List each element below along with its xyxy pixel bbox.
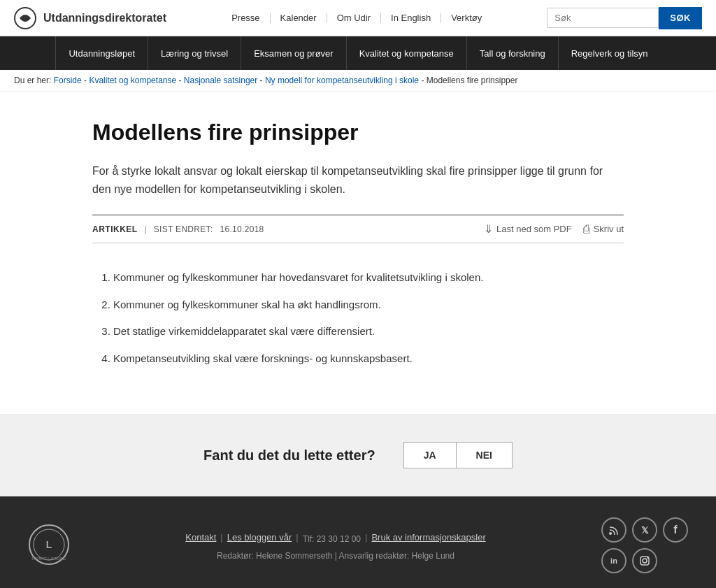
meta-separator: |: [145, 224, 147, 234]
feedback-section: Fant du det du lette etter? JA NEI: [0, 414, 716, 496]
nav-verktoy[interactable]: Verktøy: [441, 13, 492, 23]
linkedin-icon[interactable]: in: [601, 548, 626, 573]
article-modified-label: SIST ENDRET:: [154, 224, 213, 234]
nav-laering[interactable]: Læring og trivsel: [148, 36, 241, 70]
top-links: Presse Kalender Om Udir In English Verkt…: [222, 13, 492, 23]
social-icons: 𝕏 f in: [601, 517, 688, 573]
feedback-no-button[interactable]: NEI: [456, 442, 513, 468]
svg-text:FREMTID LÆRERNE: FREMTID LÆRERNE: [32, 557, 67, 561]
instagram-icon[interactable]: [632, 548, 657, 573]
nav-in-english[interactable]: In English: [381, 13, 441, 23]
nav-kvalitet[interactable]: Kvalitet og kompetanse: [347, 36, 467, 70]
breadcrumb: Du er her: Forside - Kvalitet og kompeta…: [0, 70, 716, 92]
print-link[interactable]: ⎙ Skriv ut: [583, 223, 624, 236]
feedback-buttons: JA NEI: [403, 442, 513, 468]
svg-text:L: L: [46, 539, 52, 550]
svg-point-7: [643, 559, 647, 563]
svg-point-8: [647, 557, 648, 559]
meta-left: ARTIKKEL | SIST ENDRET: 16.10.2018: [92, 224, 264, 234]
footer-link-cookies[interactable]: Bruk av informasjonskapsler: [371, 532, 485, 543]
footer: L FREMTID LÆRERNE Kontakt | Les bloggen …: [0, 496, 716, 588]
pdf-icon: ⇓: [484, 222, 493, 236]
list-item: Kompetanseutvikling skal være forsknings…: [113, 345, 624, 373]
nav-eksamen[interactable]: Eksamen og prøver: [241, 36, 346, 70]
site-logo-text: Utdanningsdirektoratet: [43, 12, 166, 24]
footer-center: Kontakt | Les bloggen vår | Tlf: 23 30 1…: [70, 530, 601, 561]
list-item: Kommuner og fylkeskommuner har hovedansv…: [113, 264, 624, 292]
article-modified-date: 16.10.2018: [220, 224, 264, 234]
content-area: Modellens fire prinsipper For å styrke l…: [78, 92, 638, 414]
breadcrumb-sep-2: -: [179, 76, 184, 85]
logo-area[interactable]: Utdanningsdirektoratet: [14, 7, 166, 29]
facebook-icon[interactable]: f: [663, 517, 688, 543]
nav-presse[interactable]: Presse: [222, 13, 270, 23]
footer-link-kontakt[interactable]: Kontakt: [185, 532, 216, 543]
list-item: Det statlige virkemiddelapparatet skal v…: [113, 318, 624, 345]
nav-regelverk[interactable]: Regelverk og tilsyn: [559, 36, 661, 70]
meta-actions: ⇓ Last ned som PDF ⎙ Skriv ut: [484, 222, 624, 236]
pdf-label: Last ned som PDF: [496, 224, 572, 234]
article-type: ARTIKKEL: [92, 224, 138, 234]
top-nav: Utdanningsdirektoratet Presse Kalender O…: [0, 0, 716, 36]
breadcrumb-kvalitet[interactable]: Kvalitet og kompetanse: [89, 76, 176, 85]
breadcrumb-forside[interactable]: Forside: [54, 76, 82, 85]
footer-logo-area: L FREMTID LÆRERNE: [28, 524, 70, 568]
principle-list: Kommuner og fylkeskommuner har hovedansv…: [92, 264, 624, 372]
svg-point-5: [609, 532, 612, 535]
print-label: Skriv ut: [594, 224, 624, 234]
breadcrumb-current: Modellens fire prinsipper: [427, 76, 518, 85]
breadcrumb-label: Du er her:: [14, 76, 51, 85]
breadcrumb-sep-4: -: [421, 76, 426, 85]
breadcrumb-ny-modell[interactable]: Ny modell for kompetanseutvikling i skol…: [265, 76, 419, 85]
search-button[interactable]: SØK: [659, 7, 702, 29]
article-meta-bar: ARTIKKEL | SIST ENDRET: 16.10.2018 ⇓ Las…: [92, 215, 624, 243]
footer-links: Kontakt | Les bloggen vår | Tlf: 23 30 1…: [70, 530, 601, 544]
twitter-icon[interactable]: 𝕏: [632, 517, 657, 543]
list-item: Kommuner og fylkeskommuner skal ha økt h…: [113, 292, 624, 319]
footer-editor-info: Redaktør: Helene Sommerseth | Ansvarlig …: [70, 551, 601, 561]
footer-link-blogg[interactable]: Les bloggen vår: [227, 532, 292, 543]
rss-icon[interactable]: [601, 517, 626, 543]
search-area: SØK: [547, 7, 702, 29]
main-nav: Utdanningsløpet Læring og trivsel Eksame…: [0, 36, 716, 70]
feedback-yes-button[interactable]: JA: [403, 442, 456, 468]
page-title: Modellens fire prinsipper: [92, 120, 624, 145]
nav-om-udir[interactable]: Om Udir: [327, 13, 381, 23]
main-content: Modellens fire prinsipper For å styrke l…: [0, 92, 716, 414]
nav-kalender[interactable]: Kalender: [271, 13, 327, 23]
site-logo-icon: [14, 7, 36, 29]
footer-phone: Tlf: 23 30 12 00: [303, 534, 361, 544]
breadcrumb-sep-3: -: [260, 76, 265, 85]
search-input[interactable]: [547, 8, 659, 28]
footer-logo-icon: L FREMTID LÆRERNE: [28, 524, 70, 566]
pdf-download-link[interactable]: ⇓ Last ned som PDF: [484, 222, 572, 236]
print-icon: ⎙: [583, 223, 590, 236]
nav-utdanningslop[interactable]: Utdanningsløpet: [55, 36, 148, 70]
feedback-question: Fant du det du lette etter?: [203, 447, 375, 464]
nav-tall[interactable]: Tall og forskning: [467, 36, 559, 70]
article-intro: For å styrke lokalt ansvar og lokalt eie…: [92, 162, 624, 198]
breadcrumb-nasjonale[interactable]: Nasjonale satsinger: [184, 76, 257, 85]
